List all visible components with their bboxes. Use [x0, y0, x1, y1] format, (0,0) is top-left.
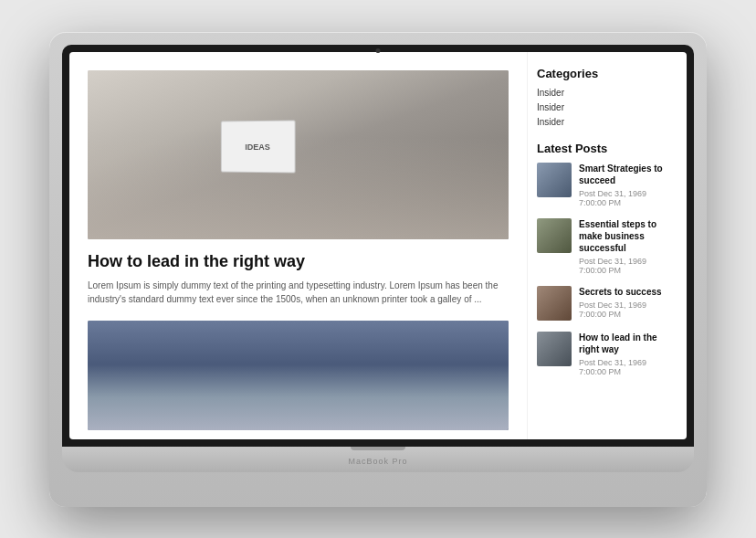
post-info-1: Smart Strategies to succeed Post Dec 31,… — [579, 163, 672, 207]
list-item[interactable]: Essential steps to make business success… — [537, 218, 672, 275]
post-thumb-4 — [537, 332, 572, 366]
post-item-meta-2: Post Dec 31, 1969 7:00:00 PM — [579, 257, 672, 275]
latest-posts-title: Latest Posts — [537, 142, 672, 155]
list-item[interactable]: Secrets to success Post Dec 31, 1969 7:0… — [537, 286, 672, 321]
list-item[interactable]: Smart Strategies to succeed Post Dec 31,… — [537, 163, 672, 207]
post-info-4: How to lead in the right way Post Dec 31… — [579, 332, 672, 376]
post-item-title-1[interactable]: Smart Strategies to succeed — [579, 163, 672, 186]
list-item[interactable]: How to lead in the right way Post Dec 31… — [537, 332, 672, 376]
post-info-3: Secrets to success Post Dec 31, 1969 7:0… — [579, 286, 672, 319]
post-item-title-2[interactable]: Essential steps to make business success… — [579, 218, 672, 254]
category-item-3[interactable]: Insider — [537, 117, 672, 127]
post-item-title-3[interactable]: Secrets to success — [579, 286, 672, 298]
ideas-label: IDEAS — [227, 126, 257, 146]
second-hero-image — [88, 321, 509, 430]
post-thumb-1 — [537, 163, 572, 197]
post-thumb-3 — [537, 286, 572, 321]
screen-bezel: IDEAS How to lead in the right way Lorem… — [62, 45, 694, 447]
post-title[interactable]: How to lead in the right way — [88, 252, 509, 271]
categories-title: Categories — [537, 67, 672, 80]
brand-label: MacBook Pro — [348, 457, 407, 466]
hero-image: IDEAS — [88, 70, 509, 239]
post-thumb-2 — [537, 218, 572, 253]
hero-image-scene: IDEAS — [88, 70, 509, 239]
laptop-chin: MacBook Pro — [62, 447, 694, 472]
categories-list: Insider Insider Insider — [537, 88, 672, 127]
post-item-meta-3: Post Dec 31, 1969 7:00:00 PM — [579, 301, 672, 319]
post-item-title-4[interactable]: How to lead in the right way — [579, 332, 672, 355]
laptop-shell: IDEAS How to lead in the right way Lorem… — [49, 32, 707, 507]
category-item-1[interactable]: Insider — [537, 88, 672, 98]
post-item-meta-1: Post Dec 31, 1969 7:00:00 PM — [579, 189, 672, 207]
latest-posts-section: Latest Posts Smart Strategies to succeed… — [537, 142, 672, 376]
sidebar: Categories Insider Insider Insider Lates… — [527, 52, 687, 439]
post-item-meta-4: Post Dec 31, 1969 7:00:00 PM — [579, 358, 672, 376]
post-info-2: Essential steps to make business success… — [579, 218, 672, 275]
camera-dot — [376, 48, 381, 53]
screen: IDEAS How to lead in the right way Lorem… — [69, 52, 687, 439]
post-excerpt: Lorem Ipsum is simply dummy text of the … — [88, 279, 509, 306]
main-content-area: IDEAS How to lead in the right way Lorem… — [69, 52, 527, 439]
category-item-2[interactable]: Insider — [537, 102, 672, 112]
